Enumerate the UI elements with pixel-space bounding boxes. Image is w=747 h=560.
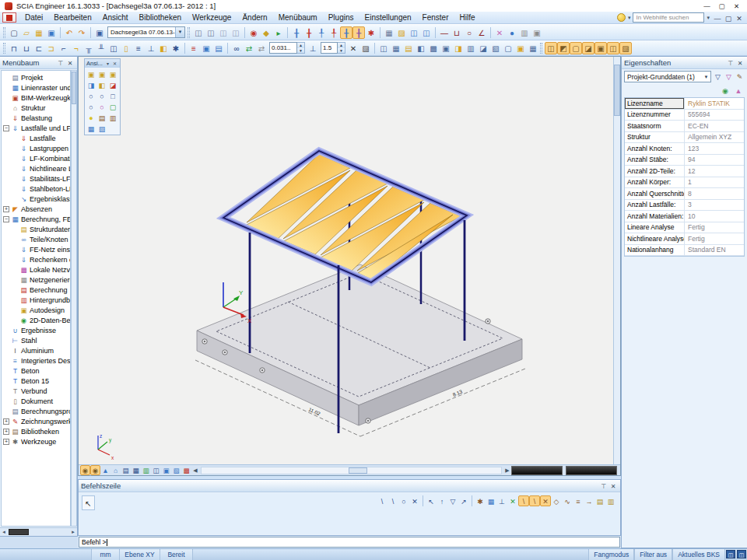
property-value[interactable]: Ryklin STATIK bbox=[685, 98, 744, 109]
factor-value[interactable]: 1.5 bbox=[321, 42, 338, 54]
zoom-out-icon[interactable]: ○ bbox=[96, 90, 107, 101]
tree-item-stabilit-ts-lfk[interactable]: ⇓Stabilitäts-LFK bbox=[2, 173, 70, 184]
window-maximize-icon[interactable]: ▢ bbox=[714, 1, 729, 11]
expand-icon[interactable]: + bbox=[3, 439, 9, 445]
refresh-green-icon[interactable]: ⇄ bbox=[243, 42, 255, 54]
view-supports-icon[interactable]: ◪ bbox=[477, 42, 489, 54]
snap-midpoint-icon[interactable]: \ bbox=[529, 495, 540, 506]
animation-bar-1[interactable] bbox=[511, 466, 563, 475]
collapse-icon[interactable]: − bbox=[3, 125, 9, 131]
property-row-lizenznummer[interactable]: Lizenznummer555694 bbox=[625, 110, 744, 121]
picture-gallery-icon[interactable]: ◫ bbox=[408, 26, 420, 39]
home-view-icon[interactable]: ⌂ bbox=[110, 465, 121, 475]
pin-icon[interactable]: ⊤ bbox=[726, 58, 735, 68]
zoom-all-icon[interactable]: ○ bbox=[86, 101, 96, 112]
property-row-struktur[interactable]: StrukturAllgemein XYZ bbox=[625, 132, 744, 144]
spin-down-icon[interactable]: ▼ bbox=[338, 48, 345, 54]
marking-icon[interactable]: ▲ bbox=[100, 465, 110, 475]
zoom-selection-icon[interactable]: ○ bbox=[96, 101, 107, 112]
insert-truss-icon[interactable]: ≡ bbox=[132, 42, 145, 54]
measure-line-icon[interactable]: — bbox=[438, 26, 451, 39]
menu-item-werkzeuge[interactable]: Werkzeuge bbox=[187, 12, 237, 23]
line-grid-icon[interactable]: ⊥ bbox=[496, 495, 507, 506]
status-bereit[interactable]: Bereit bbox=[160, 549, 193, 560]
close-icon[interactable]: ✕ bbox=[735, 58, 745, 68]
tree-item-netzgenerierung[interactable]: ▦Netzgenerierung bbox=[2, 275, 70, 285]
redo-icon[interactable]: ↷ bbox=[75, 26, 88, 39]
zoom-in-icon[interactable]: ○ bbox=[86, 90, 96, 101]
pointer-cursor-icon[interactable]: ↖ bbox=[82, 495, 95, 510]
tree-item-berechnung-fe-netz[interactable]: −▦Berechnung, FE-Netz bbox=[2, 214, 70, 224]
property-row-anzahl-st-be[interactable]: Anzahl Stäbe:94 bbox=[625, 155, 744, 166]
scroll-right-icon[interactable]: ▶ bbox=[503, 467, 511, 474]
snap-tangent-icon[interactable]: ∿ bbox=[562, 495, 573, 506]
snap-extension-icon[interactable]: → bbox=[584, 495, 594, 506]
property-group-select[interactable]: Projekt-Grunddaten (1) ▼ bbox=[624, 71, 711, 82]
view-grid-icon[interactable]: ▢ bbox=[502, 42, 514, 54]
tree-item-belastung[interactable]: ⇓Belastung bbox=[2, 113, 70, 123]
close-icon[interactable]: ✕ bbox=[65, 58, 75, 68]
workgroup-1-icon[interactable]: ◫ bbox=[192, 26, 205, 39]
view-eye-1-icon[interactable]: ◉ bbox=[80, 465, 90, 475]
model-viewport[interactable]: 11.02 8.13 bbox=[78, 56, 621, 476]
view-params-icon[interactable]: ▥ bbox=[107, 112, 118, 123]
property-row-anzahl-knoten[interactable]: Anzahl Knoten:123 bbox=[625, 143, 744, 155]
menu-item-bibliotheken[interactable]: Bibliotheken bbox=[134, 12, 187, 23]
toggle-loads-icon[interactable]: ◫ bbox=[607, 42, 619, 54]
activity-off-icon[interactable]: ◫ bbox=[230, 26, 242, 39]
activity-on-icon[interactable]: ◫ bbox=[217, 26, 230, 39]
animation-bar-2[interactable] bbox=[566, 466, 617, 475]
insert-rib-icon[interactable]: ╥ bbox=[82, 42, 95, 54]
bill-of-material-icon[interactable]: ✕ bbox=[493, 26, 506, 39]
view-layers-icon[interactable]: ▣ bbox=[514, 42, 527, 54]
property-row-lineare-analyse[interactable]: Lineare AnalyseFertig bbox=[625, 222, 744, 234]
plane-view-icon[interactable]: ◫ bbox=[151, 465, 161, 475]
cursor-up-icon[interactable]: ↑ bbox=[437, 495, 447, 506]
property-value[interactable]: Standard EN bbox=[685, 245, 744, 256]
toolbar-grip[interactable] bbox=[540, 43, 542, 54]
snap-line-point-icon[interactable]: \ bbox=[388, 495, 398, 506]
view-solid-icon[interactable]: ▣ bbox=[440, 42, 452, 54]
perspective-icon[interactable]: ▧ bbox=[96, 123, 107, 134]
insert-arbitrary-icon[interactable]: ✱ bbox=[170, 42, 182, 54]
tree-item-berechnung[interactable]: ▤Berechnung bbox=[2, 285, 70, 295]
collapse-icon[interactable]: − bbox=[3, 216, 9, 222]
expand-icon[interactable]: + bbox=[3, 206, 9, 212]
ansicht-toolbar-header[interactable]: Ansi... ▾✕ bbox=[85, 59, 120, 68]
tree-item-rechenkern-einstellen[interactable]: ⇓Rechenkern einstellen bbox=[2, 254, 70, 264]
shading-icon[interactable]: ▨ bbox=[359, 42, 372, 54]
menu-item-hilfe[interactable]: Hilfe bbox=[454, 12, 480, 23]
insert-haunch-icon[interactable]: ◧ bbox=[157, 42, 170, 54]
tree-item-ergebnisse[interactable]: ∪Ergebnisse bbox=[2, 325, 70, 335]
tree-horizontal-scrollbar[interactable]: ◂ ▸ bbox=[0, 527, 77, 536]
clip-box-icon[interactable]: ▣ bbox=[531, 26, 543, 39]
tree-item-aluminium[interactable]: IAluminium bbox=[2, 345, 70, 355]
toggle-outline-icon[interactable]: ▢ bbox=[570, 42, 582, 54]
cross-link-icon[interactable]: ✱ bbox=[365, 26, 377, 39]
tree-item-bim-werkzeugkasten[interactable]: ▣BIM-Werkzeugkasten bbox=[2, 93, 70, 103]
clean-analysis-icon[interactable]: ◆ bbox=[260, 26, 272, 39]
status-mm[interactable]: mm bbox=[92, 549, 120, 560]
property-value[interactable]: EC-EN bbox=[685, 121, 744, 131]
measure-angle-icon[interactable]: ∠ bbox=[475, 26, 488, 39]
project-database-icon[interactable]: ▦ bbox=[33, 26, 45, 39]
tree-item-lastf-lle[interactable]: ⇓Lastfälle bbox=[2, 133, 70, 143]
undo-icon[interactable]: ↶ bbox=[63, 26, 75, 39]
snap-ortho-icon[interactable]: ◇ bbox=[551, 495, 562, 506]
view-surface-icon[interactable]: ▤ bbox=[402, 42, 415, 54]
property-row-staatsnorm[interactable]: StaatsnormEC-EN bbox=[625, 121, 744, 132]
tree-item-lastf-lle-und-lf-kombinatic[interactable]: −⇓Lastfälle und LF-Kombinatic bbox=[2, 123, 70, 133]
search-dropdown-icon[interactable]: ▾ bbox=[707, 15, 710, 21]
tree-item-lokale-netzverdichtung[interactable]: ▩Lokale Netzverdichtung bbox=[2, 264, 70, 275]
view-render-icon[interactable]: ▦ bbox=[390, 42, 402, 54]
menu-item-men-baum[interactable]: Menübaum bbox=[273, 12, 323, 23]
refresh-gray-icon[interactable]: ⇄ bbox=[255, 42, 268, 54]
command-input[interactable]: Befehl > bbox=[79, 537, 620, 548]
modify-red-icon[interactable]: ≡ bbox=[188, 42, 200, 54]
support-hinged-icon[interactable]: ╂ bbox=[303, 26, 315, 39]
view-loads-icon[interactable]: ▥ bbox=[465, 42, 477, 54]
snap-table-1-icon[interactable]: ▤ bbox=[594, 495, 605, 506]
tree-item-dokument[interactable]: ▯Dokument bbox=[2, 396, 70, 406]
factor-spinner[interactable]: 1.5 ▲▼ bbox=[321, 42, 345, 54]
property-row-nationalanhang[interactable]: NationalanhangStandard EN bbox=[625, 245, 744, 257]
